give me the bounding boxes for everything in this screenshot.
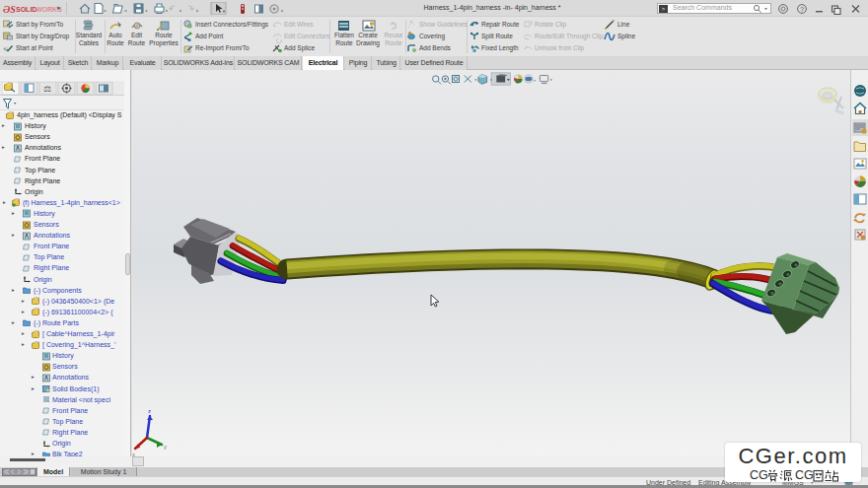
svg-text:CG: CG: [750, 468, 768, 482]
svg-text:y: y: [164, 444, 167, 450]
svg-text:⚖: ⚖: [43, 84, 51, 94]
svg-text:SOLID: SOLID: [16, 6, 36, 13]
svg-text:CG: CG: [795, 468, 814, 482]
svg-text:ƏS: ƏS: [3, 4, 16, 15]
svg-text:z: z: [148, 408, 151, 414]
svg-text:?: ?: [800, 4, 804, 13]
